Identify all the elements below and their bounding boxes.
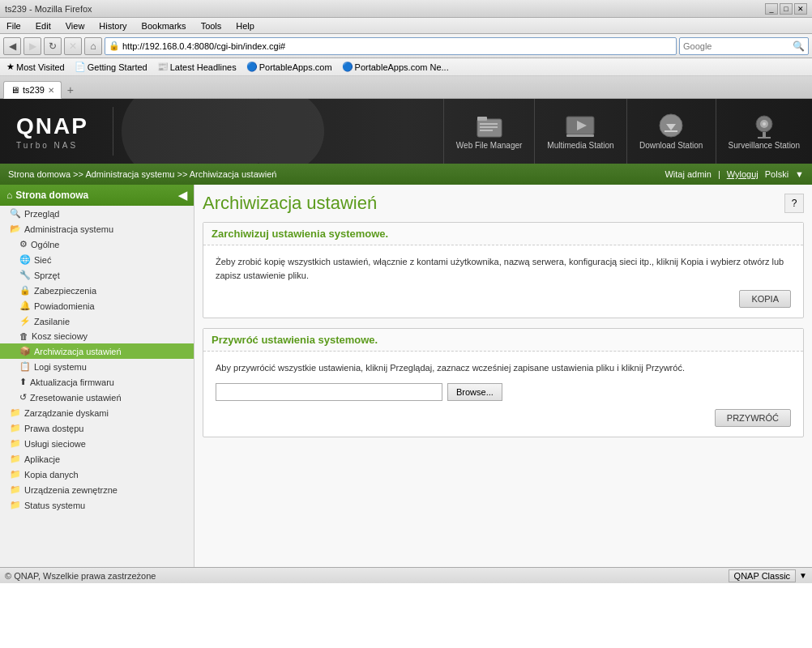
sidebar-item-access[interactable]: 📁 Prawa dostępu <box>0 420 194 436</box>
backup-header-text: Zarchiwizuj ustawienia systemowe. <box>212 228 388 240</box>
file-input[interactable] <box>216 383 442 401</box>
surveillance-station-label: Surveillance Station <box>729 141 800 150</box>
star-icon: ★ <box>6 62 15 72</box>
main-layout: ⌂ Strona domowa ◀ 🔍 Przegląd 📂 Administr… <box>0 185 812 567</box>
header-web-file-manager[interactable]: Web File Manager <box>443 99 535 164</box>
page-help-icon[interactable]: ? <box>784 194 804 213</box>
bookmark-portableapps-ne[interactable]: 🔵 PortableApps.com Ne... <box>339 61 452 73</box>
sidebar-item-recycle[interactable]: 🗑 Kosz sieciowy <box>0 329 194 343</box>
header-multimedia-station[interactable]: Multimedia Station <box>534 99 626 164</box>
header-download-station[interactable]: Download Station <box>626 99 716 164</box>
menu-file[interactable]: File <box>3 20 24 32</box>
stop-button[interactable]: ✕ <box>64 37 82 55</box>
sidebar-item-notifications[interactable]: 🔔 Powiadomienia <box>0 298 194 313</box>
tab-icon: 🖥 <box>11 85 19 95</box>
folder-open-icon: 📂 <box>10 224 21 234</box>
browser-title: ts239 - Mozilla Firefox <box>5 4 92 14</box>
sidebar-item-network-services[interactable]: 📁 Usługi sieciowe <box>0 436 194 451</box>
address-input[interactable] <box>122 41 673 51</box>
sidebar-item-status[interactable]: 📁 Status systemu <box>0 497 194 513</box>
sidebar-item-power[interactable]: ⚡ Zasilanie <box>0 313 194 329</box>
security-icon: 🔒 <box>19 285 31 296</box>
backup-section-body: Żeby zrobić kopię wszystkich ustawień, w… <box>203 245 803 318</box>
svg-point-2 <box>243 99 324 164</box>
maximize-button[interactable]: □ <box>780 3 793 15</box>
window-controls[interactable]: _ □ ✕ <box>765 3 807 15</box>
search-bar[interactable]: 🔍 <box>679 37 809 55</box>
menu-bookmarks[interactable]: Bookmarks <box>139 20 190 32</box>
sidebar-item-network[interactable]: 🌐 Sieć <box>0 252 194 267</box>
bookmark-portableapps[interactable]: 🔵 PortableApps.com <box>243 61 335 73</box>
browse-button[interactable]: Browse... <box>447 383 502 401</box>
web-file-manager-label: Web File Manager <box>456 141 523 150</box>
folder-icon-network: 📁 <box>10 438 21 449</box>
sidebar-item-logs[interactable]: 📋 Logi systemu <box>0 359 194 374</box>
sidebar-item-admin[interactable]: 📂 Administracja systemu <box>0 221 194 237</box>
language-label: Polski <box>765 169 788 179</box>
nav-breadcrumb: Strona domowa >> Administracja systemu >… <box>0 164 812 185</box>
language-dropdown-icon[interactable]: ▼ <box>795 169 804 179</box>
minimize-button[interactable]: _ <box>765 3 778 15</box>
tab-bar: 🖥 ts239 ✕ + <box>0 76 812 99</box>
sidebar-collapse-button[interactable]: ◀ <box>178 189 187 202</box>
close-button[interactable]: ✕ <box>794 3 807 15</box>
bookmarks-bar: ★ Most Visited 📄 Getting Started 📰 Lates… <box>0 58 812 76</box>
breadcrumb-path: Strona domowa >> Administracja systemu >… <box>8 169 276 179</box>
qnap-header: QNAP Turbo NAS Web File Ma <box>0 99 812 164</box>
address-icon: 🔒 <box>109 40 120 51</box>
logout-link[interactable]: Wyloguj <box>727 169 759 179</box>
bookmark-most-visited[interactable]: ★ Most Visited <box>3 61 68 73</box>
classic-button[interactable]: QNAP Classic <box>729 569 796 582</box>
restore-section-body: Aby przywrócić wszystkie ustawienia, kli… <box>203 352 803 437</box>
sidebar-header: ⌂ Strona domowa ◀ <box>0 185 194 206</box>
tab-ts239[interactable]: 🖥 ts239 ✕ <box>3 81 62 99</box>
sidebar-item-reset[interactable]: ↺ Zresetowanie ustawień <box>0 390 194 405</box>
backup-section-header: Zarchiwizuj ustawienia systemowe. <box>203 223 803 245</box>
header-decoration-svg <box>122 99 443 164</box>
menu-history[interactable]: History <box>96 20 130 32</box>
status-text: © QNAP, Wszelkie prawa zastrzeżone <box>5 571 156 581</box>
rss-icon: 📰 <box>157 62 169 72</box>
header-decoration <box>122 99 443 164</box>
sidebar-item-overview[interactable]: 🔍 Przegląd <box>0 206 194 221</box>
svg-rect-4 <box>477 117 487 121</box>
sidebar-item-firmware[interactable]: ⬆ Aktualizacja firmwaru <box>0 374 194 390</box>
sidebar-item-security[interactable]: 🔒 Zabezpieczenia <box>0 283 194 298</box>
bookmark-latest-headlines[interactable]: 📰 Latest Headlines <box>154 61 240 73</box>
sidebar-item-hardware[interactable]: 🔧 Sprzęt <box>0 267 194 283</box>
classic-dropdown-icon[interactable]: ▼ <box>799 571 807 580</box>
qnap-logo: QNAP Turbo NAS <box>0 105 105 158</box>
file-upload-row: Browse... <box>216 383 791 401</box>
sidebar-item-disks[interactable]: 📁 Zarządzanie dyskami <box>0 405 194 420</box>
kopia-button[interactable]: KOPIA <box>739 290 791 308</box>
menu-edit[interactable]: Edit <box>32 20 54 32</box>
menu-view[interactable]: View <box>62 20 88 32</box>
refresh-button[interactable]: ↻ <box>44 37 62 55</box>
forward-button[interactable]: ▶ <box>24 37 41 55</box>
menu-help[interactable]: Help <box>233 20 258 32</box>
new-tab-button[interactable]: + <box>62 82 79 98</box>
sidebar-item-apps[interactable]: 📁 Aplikacje <box>0 451 194 467</box>
sidebar-item-general[interactable]: ⚙ Ogólne <box>0 237 194 252</box>
portableapps-icon: 🔵 <box>246 62 258 72</box>
menu-tools[interactable]: Tools <box>198 20 225 32</box>
bookmark-getting-started[interactable]: 📄 Getting Started <box>71 61 151 73</box>
browser-menubar: File Edit View History Bookmarks Tools H… <box>0 18 812 34</box>
back-button[interactable]: ◀ <box>3 37 21 55</box>
svg-rect-10 <box>566 134 594 137</box>
home-button[interactable]: ⌂ <box>84 37 102 55</box>
address-bar[interactable]: 🔒 <box>105 37 677 55</box>
backup-btn-row: KOPIA <box>216 290 791 308</box>
przywroc-button[interactable]: PRZYWRÓĆ <box>715 409 791 427</box>
sidebar-item-backup[interactable]: 📁 Kopia danych <box>0 467 194 482</box>
header-divider <box>113 107 113 156</box>
restore-section: Przywróć ustawienia systemowe. Aby przyw… <box>203 328 804 437</box>
greeting-text: Witaj admin <box>665 169 711 179</box>
header-surveillance-station[interactable]: Surveillance Station <box>716 99 812 164</box>
folder-icon-access: 📁 <box>10 423 21 433</box>
search-input[interactable] <box>683 41 793 51</box>
sidebar-item-archive[interactable]: 📦 Archiwizacja ustawień <box>0 343 194 359</box>
header-icons: Web File Manager Multimedia Station Down <box>443 99 812 164</box>
tab-close-button[interactable]: ✕ <box>48 86 54 95</box>
sidebar-item-external[interactable]: 📁 Urządzenia zewnętrzne <box>0 482 194 497</box>
